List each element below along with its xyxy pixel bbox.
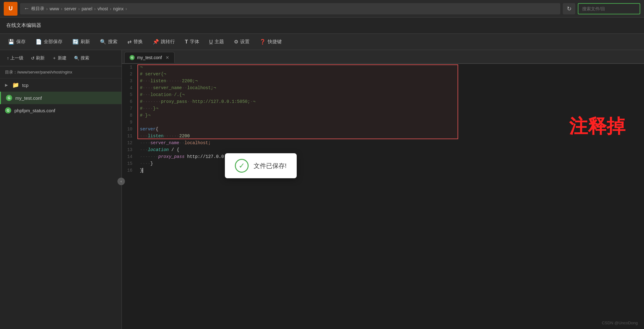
line-code[interactable]: ···listen······2200 bbox=[137, 133, 644, 139]
tab-my-test-conf[interactable]: G my_test.conf ✕ bbox=[124, 52, 175, 63]
sidebar-collapse-button[interactable]: ‹ bbox=[117, 178, 125, 185]
app-logo: U bbox=[4, 2, 17, 16]
line-code[interactable]: #····}¬ bbox=[137, 105, 644, 112]
folder-icon: 📁 bbox=[12, 82, 19, 89]
save-button[interactable]: 💾 保存 bbox=[4, 37, 30, 47]
search-button[interactable]: 🔍 搜索 bbox=[96, 37, 122, 47]
breadcrumb-back[interactable]: ← bbox=[24, 5, 29, 12]
shortcuts-button[interactable]: ❓ 快捷键 bbox=[255, 37, 286, 47]
line-code[interactable]: ·······proxy_pass http://127.0.0.1:5050;… bbox=[137, 153, 644, 160]
table-row: 12 ····server_name··localhost; bbox=[122, 139, 644, 146]
line-number: 16 bbox=[122, 167, 137, 174]
page-title-bar: 在线文本编辑器 bbox=[0, 18, 644, 34]
table-row: 7 #····}¬ bbox=[122, 105, 644, 112]
line-code[interactable]: # server{¬ bbox=[137, 71, 644, 78]
sidebar-search-button[interactable]: 🔍 搜索 bbox=[71, 53, 92, 63]
shortcuts-label: 快捷键 bbox=[268, 39, 282, 45]
refresh-button[interactable]: 🔄 刷新 bbox=[68, 37, 94, 47]
line-number: 14 bbox=[122, 153, 137, 160]
sidebar-item-phpfpm-conf[interactable]: G phpfpm_status.conf bbox=[0, 104, 121, 117]
table-row: 9 bbox=[122, 119, 644, 126]
table-row: 3 #···listen······2200;¬ bbox=[122, 78, 644, 84]
table-row: 4 #····server_name··localhost;¬ bbox=[122, 84, 644, 91]
line-code[interactable]: #·······proxy_pass··http://127.0.0.1:505… bbox=[137, 98, 644, 105]
sidebar: ↑ 上一级 ↺ 刷新 ＋ 新建 🔍 搜索 目录：/www/server/pane… bbox=[0, 50, 122, 329]
line-code[interactable]: ····} bbox=[137, 160, 644, 167]
code-editor[interactable]: 注释掉 1 ¬ 2 # server{¬ 3 #···listen······2… bbox=[122, 64, 644, 329]
nav-panel[interactable]: panel bbox=[82, 6, 92, 11]
goto-icon: 📌 bbox=[153, 39, 159, 45]
table-row: 8 #·}¬ bbox=[122, 112, 644, 119]
line-code[interactable]: ····server_name··localhost; bbox=[137, 139, 644, 146]
tab-bar: G my_test.conf ✕ bbox=[122, 50, 644, 64]
line-code[interactable]: server{ bbox=[137, 126, 644, 133]
line-number: 13 bbox=[122, 146, 137, 153]
nav-root[interactable]: 根目录 bbox=[31, 6, 44, 12]
line-code[interactable]: #···location·/.{¬ bbox=[137, 91, 644, 98]
line-number: 1 bbox=[122, 64, 137, 71]
tab-label: my_test.conf bbox=[137, 55, 162, 60]
line-number: 6 bbox=[122, 98, 137, 105]
save-all-button[interactable]: 📄 全部保存 bbox=[31, 37, 67, 47]
table-row: 14 ·······proxy_pass http://127.0.0.1:50… bbox=[122, 153, 644, 160]
table-row: 15 ····} bbox=[122, 160, 644, 167]
search-label: 搜索 bbox=[108, 39, 117, 45]
sidebar-item-my-test-conf[interactable]: G my_test.conf bbox=[0, 92, 121, 104]
nav-nginx[interactable]: nginx bbox=[113, 6, 123, 11]
table-row: 11 ···listen······2200 bbox=[122, 133, 644, 139]
page-title: 在线文本编辑器 bbox=[6, 22, 41, 29]
sidebar-search-icon: 🔍 bbox=[74, 56, 79, 61]
nav-www[interactable]: www bbox=[50, 6, 59, 11]
line-code[interactable]: ···location / { bbox=[137, 146, 644, 153]
goto-line-button[interactable]: 📌 跳转行 bbox=[148, 37, 179, 47]
tab-close-button[interactable]: ✕ bbox=[166, 55, 169, 60]
settings-button[interactable]: ⚙ 设置 bbox=[230, 37, 254, 47]
line-code[interactable]: ¬ bbox=[137, 64, 644, 71]
line-number: 12 bbox=[122, 139, 137, 146]
table-row: 5 #···location·/.{¬ bbox=[122, 91, 644, 98]
main-layout: ↑ 上一级 ↺ 刷新 ＋ 新建 🔍 搜索 目录：/www/server/pane… bbox=[0, 50, 644, 329]
save-all-icon: 📄 bbox=[36, 39, 42, 45]
g-file-icon: G bbox=[6, 95, 12, 101]
table-row: 2 # server{¬ bbox=[122, 71, 644, 78]
theme-label: 主题 bbox=[215, 39, 224, 45]
line-code[interactable]: #·}¬ bbox=[137, 112, 644, 119]
sidebar-refresh-button[interactable]: ↺ 刷新 bbox=[28, 53, 48, 63]
search-input[interactable] bbox=[578, 3, 640, 14]
save-label: 保存 bbox=[16, 39, 26, 45]
breadcrumb-nav: ← 根目录 › www › server › panel › vhost › n… bbox=[20, 3, 560, 14]
refresh-icon: 🔄 bbox=[72, 39, 79, 45]
save-check-icon: ✓ bbox=[235, 159, 249, 173]
settings-label: 设置 bbox=[240, 39, 250, 45]
save-all-label: 全部保存 bbox=[44, 39, 62, 45]
line-number: 10 bbox=[122, 126, 137, 133]
line-code[interactable]: #···listen······2200;¬ bbox=[137, 78, 644, 84]
chevron-right-icon: ▶ bbox=[5, 83, 8, 87]
save-message: 文件已保存! bbox=[254, 162, 287, 170]
tab-icon: G bbox=[130, 55, 135, 60]
sidebar-new-button[interactable]: ＋ 新建 bbox=[49, 53, 70, 63]
code-lines-table: 1 ¬ 2 # server{¬ 3 #···listen······2200;… bbox=[122, 64, 644, 174]
sidebar-item-tcp[interactable]: ▶ 📁 tcp bbox=[0, 78, 121, 92]
nav-vhost[interactable]: vhost bbox=[97, 6, 108, 11]
line-code[interactable]: #····server_name··localhost;¬ bbox=[137, 84, 644, 91]
sidebar-item-my-test-conf-label: my_test.conf bbox=[15, 95, 42, 101]
replace-button[interactable]: ⇄ 替换 bbox=[123, 37, 147, 47]
theme-button[interactable]: U 主题 bbox=[205, 37, 229, 47]
top-bar: U ← 根目录 › www › server › panel › vhost ›… bbox=[0, 0, 644, 18]
replace-icon: ⇄ bbox=[127, 39, 131, 45]
line-code[interactable] bbox=[137, 119, 644, 126]
nav-refresh-button[interactable]: ↻ bbox=[563, 3, 575, 14]
nav-server[interactable]: server bbox=[64, 6, 77, 11]
font-label: 字体 bbox=[190, 39, 199, 45]
sidebar-up-button[interactable]: ↑ 上一级 bbox=[4, 53, 27, 63]
line-number: 5 bbox=[122, 91, 137, 98]
line-number: 9 bbox=[122, 119, 137, 126]
table-row: 10 server{ bbox=[122, 126, 644, 133]
font-button[interactable]: T 字体 bbox=[181, 37, 204, 47]
sidebar-item-phpfpm-conf-label: phpfpm_status.conf bbox=[14, 108, 55, 113]
font-icon: T bbox=[185, 39, 188, 45]
line-number: 4 bbox=[122, 84, 137, 91]
line-number: 2 bbox=[122, 71, 137, 78]
line-code[interactable]: }​ bbox=[137, 167, 644, 174]
